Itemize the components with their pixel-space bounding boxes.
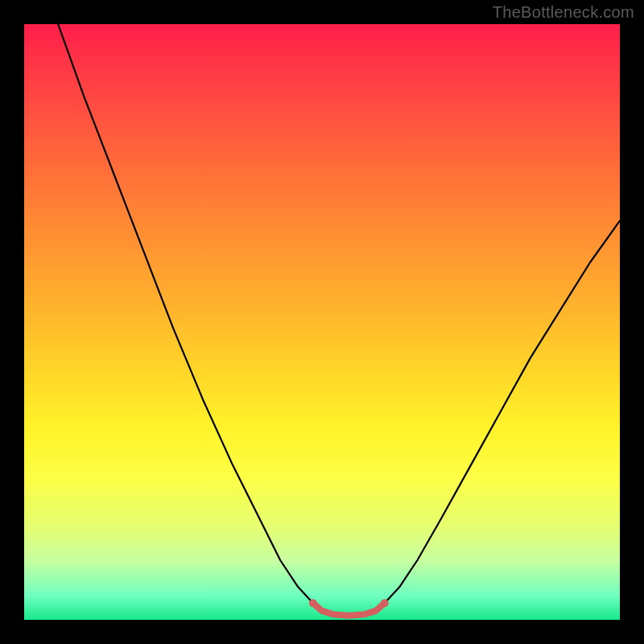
bottom-fill-endpoint <box>381 599 389 607</box>
series-right-branch <box>385 221 620 603</box>
watermark-text: TheBottleneck.com <box>493 3 634 22</box>
series-group <box>58 24 620 616</box>
plot-area <box>24 24 620 620</box>
series-bottom-fill <box>313 603 385 616</box>
series-left-branch <box>58 24 313 603</box>
bottom-fill-endpoint <box>309 599 317 607</box>
chart-svg <box>24 24 620 620</box>
